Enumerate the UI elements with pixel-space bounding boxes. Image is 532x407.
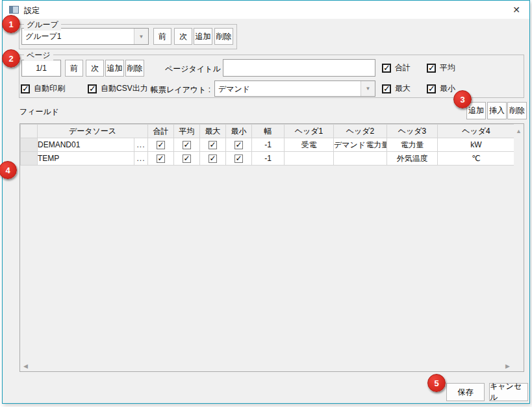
row-selector[interactable] <box>21 138 38 152</box>
check-icon: ✓ <box>183 154 191 163</box>
annotation-badge-5: 5 <box>427 374 446 392</box>
chevron-down-icon[interactable]: ▼ <box>361 81 375 96</box>
report-layout-select[interactable]: デマンド ▼ <box>214 80 375 97</box>
min-cell-checkbox[interactable]: ✓ <box>226 138 252 152</box>
title-bar: 設定 ✕ <box>3 1 529 19</box>
annotation-badge-2: 2 <box>2 49 20 68</box>
check-icon: ✓ <box>209 141 217 149</box>
field-table-container: データソース 合計 平均 最大 最小 幅 ヘッダ1 ヘッダ2 ヘッダ3 ヘッダ4… <box>19 123 524 372</box>
avg-check-icon: ✓ <box>427 64 436 73</box>
page-groupbox-label: ページ <box>24 50 53 61</box>
group-add-button[interactable]: 追加 <box>194 28 212 45</box>
avg-cell-checkbox[interactable]: ✓ <box>174 138 200 152</box>
header1-cell[interactable] <box>285 152 334 166</box>
report-layout-label: 帳票レイアウト : <box>151 84 207 95</box>
max-cell-checkbox[interactable]: ✓ <box>200 152 226 166</box>
header2-cell[interactable] <box>334 152 387 166</box>
auto-print-check-icon: ✓ <box>21 84 30 93</box>
col-sum[interactable]: 合計 <box>148 125 174 138</box>
min-checkbox-label: 最小 <box>440 83 455 94</box>
scroll-right-icon[interactable]: ▶ <box>505 363 510 369</box>
page-add-button[interactable]: 追加 <box>105 60 124 77</box>
col-avg[interactable]: 平均 <box>174 125 200 138</box>
check-icon: ✓ <box>157 141 165 149</box>
auto-print-label: 自動印刷 <box>34 83 65 94</box>
sum-check-icon: ✓ <box>382 64 391 73</box>
col-header3[interactable]: ヘッダ3 <box>387 125 438 138</box>
header4-cell[interactable]: ℃ <box>438 152 515 166</box>
annotation-badge-1: 1 <box>2 15 20 33</box>
row-selector[interactable] <box>21 152 38 166</box>
page-prev-button[interactable]: 前 <box>65 60 83 77</box>
page-next-button[interactable]: 次 <box>86 60 104 77</box>
page-indicator-field[interactable]: 1/1 <box>21 60 61 77</box>
width-cell[interactable]: -1 <box>252 152 285 166</box>
check-icon: ✓ <box>209 154 217 163</box>
header2-cell[interactable]: デマンド電力量 <box>334 138 387 152</box>
vertical-scrollbar[interactable]: ▲ <box>514 124 524 371</box>
check-icon: ✓ <box>157 154 165 163</box>
width-cell[interactable]: -1 <box>252 138 285 152</box>
col-header4[interactable]: ヘッダ4 <box>438 125 515 138</box>
page-delete-button[interactable]: 削除 <box>125 60 144 77</box>
sum-cell-checkbox[interactable]: ✓ <box>148 152 174 166</box>
header1-cell[interactable]: 受電 <box>285 138 334 152</box>
auto-csv-checkbox[interactable]: ✓ 自動CSV出力 <box>88 83 148 94</box>
avg-checkbox-label: 平均 <box>440 62 455 73</box>
table-header-row: データソース 合計 平均 最大 最小 幅 ヘッダ1 ヘッダ2 ヘッダ3 ヘッダ4 <box>21 125 515 138</box>
header3-cell[interactable]: 電力量 <box>387 138 438 152</box>
field-table: データソース 合計 平均 最大 最小 幅 ヘッダ1 ヘッダ2 ヘッダ3 ヘッダ4… <box>20 124 515 166</box>
browse-ellipsis-button[interactable]: ... <box>134 152 148 166</box>
group-prev-button[interactable]: 前 <box>153 28 171 45</box>
datasource-cell[interactable]: DEMAND01 <box>38 138 134 152</box>
window-icon <box>9 6 19 14</box>
field-delete-button[interactable]: 削除 <box>507 102 527 119</box>
auto-print-checkbox[interactable]: ✓ 自動印刷 <box>21 83 65 94</box>
horizontal-scrollbar[interactable]: ◀ ▶ <box>20 361 514 371</box>
col-header1[interactable]: ヘッダ1 <box>285 125 334 138</box>
avg-checkbox[interactable]: ✓ 平均 <box>427 62 455 73</box>
min-checkbox[interactable]: ✓ 最小 <box>427 83 455 94</box>
annotation-badge-3: 3 <box>453 90 472 108</box>
cancel-button[interactable]: キャンセル <box>489 383 528 401</box>
save-button[interactable]: 保存 <box>446 383 485 401</box>
auto-csv-check-icon: ✓ <box>88 84 97 93</box>
group-groupbox-label: グループ <box>24 19 61 31</box>
max-cell-checkbox[interactable]: ✓ <box>200 138 226 152</box>
field-insert-button[interactable]: 挿入 <box>487 102 507 119</box>
datasource-cell[interactable]: TEMP <box>38 152 134 166</box>
settings-dialog: 設定 ✕ グループ グループ1 ▼ 前 次 追加 削除 ページ 1/1 前 次 … <box>2 0 530 404</box>
browse-ellipsis-button[interactable]: ... <box>134 138 148 152</box>
table-row[interactable]: DEMAND01 ... ✓ ✓ ✓ ✓ -1 受電 デマンド電力量 電力量 k… <box>21 138 515 152</box>
close-icon[interactable]: ✕ <box>509 3 524 16</box>
max-checkbox[interactable]: ✓ 最大 <box>382 83 411 94</box>
page-title-label: ページタイトル : <box>165 64 221 75</box>
col-max[interactable]: 最大 <box>200 125 226 138</box>
group-select-value: グループ1 <box>25 31 62 42</box>
group-next-button[interactable]: 次 <box>174 28 192 45</box>
sum-checkbox[interactable]: ✓ 合計 <box>382 62 411 73</box>
col-min[interactable]: 最小 <box>226 125 252 138</box>
col-header2[interactable]: ヘッダ2 <box>334 125 387 138</box>
table-row[interactable]: TEMP ... ✓ ✓ ✓ ✓ -1 外気温度 ℃ <box>21 152 515 166</box>
scroll-left-icon[interactable]: ◀ <box>23 363 28 369</box>
col-width[interactable]: 幅 <box>252 125 285 138</box>
sum-checkbox-label: 合計 <box>395 62 411 73</box>
max-checkbox-label: 最大 <box>395 83 411 94</box>
auto-csv-label: 自動CSV出力 <box>101 83 148 94</box>
header3-cell[interactable]: 外気温度 <box>387 152 438 166</box>
header4-cell[interactable]: kW <box>438 138 515 152</box>
page-title-input[interactable] <box>223 59 375 77</box>
max-check-icon: ✓ <box>382 84 391 93</box>
chevron-down-icon[interactable]: ▼ <box>134 29 148 44</box>
min-cell-checkbox[interactable]: ✓ <box>226 152 252 166</box>
scroll-up-icon[interactable]: ▲ <box>516 128 522 134</box>
report-layout-value: デマンド <box>218 84 250 95</box>
sum-cell-checkbox[interactable]: ✓ <box>148 138 174 152</box>
avg-cell-checkbox[interactable]: ✓ <box>174 152 200 166</box>
col-select[interactable] <box>21 125 38 138</box>
min-check-icon: ✓ <box>427 84 436 93</box>
check-icon: ✓ <box>183 141 191 149</box>
col-datasource[interactable]: データソース <box>38 125 148 138</box>
group-delete-button[interactable]: 削除 <box>214 28 233 45</box>
